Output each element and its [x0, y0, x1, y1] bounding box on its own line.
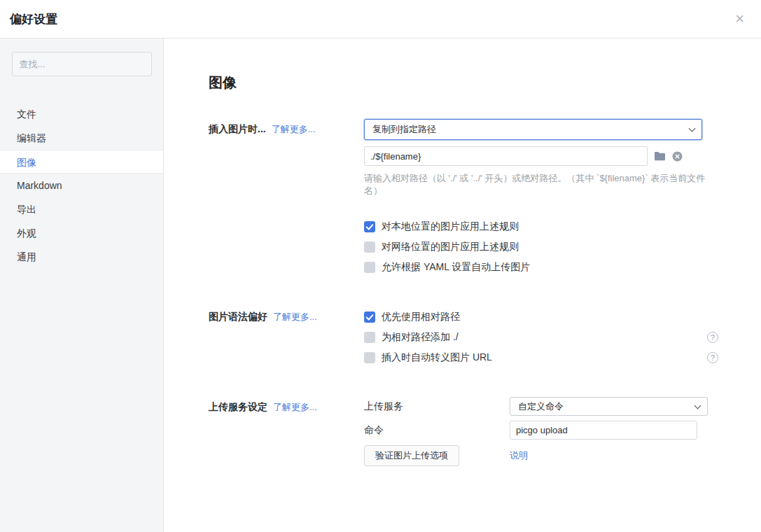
checkbox-add-dot-slash[interactable]: 为相对路径添加 ./ ?	[364, 327, 718, 347]
checkbox-apply-local-images[interactable]: 对本地位置的图片应用上述规则	[364, 216, 718, 237]
sidebar-item-appearance[interactable]: 外观	[0, 221, 163, 245]
sidebar-item-editor[interactable]: 编辑器	[0, 126, 163, 150]
section-image-syntax: 图片语法偏好了解更多... 优先使用相对路径 为相对路径添加 ./ ? 插入时自	[209, 307, 719, 368]
folder-icon[interactable]	[654, 151, 666, 161]
checkbox-apply-web-images[interactable]: 对网络位置的图片应用上述规则	[364, 237, 718, 257]
sidebar-item-file[interactable]: 文件	[0, 102, 163, 126]
upload-service-select[interactable]: 自定义命令	[510, 397, 708, 416]
upload-learn-more-link[interactable]: 了解更多...	[273, 402, 317, 412]
checkbox-icon[interactable]	[364, 241, 375, 253]
page-title: 图像	[209, 74, 719, 92]
checkbox-label: 对本地位置的图片应用上述规则	[382, 220, 519, 233]
checkbox-icon[interactable]	[364, 312, 375, 323]
sidebar-nav: 文件 编辑器 图像 Markdown 导出 外观 通用	[0, 102, 163, 269]
checkbox-label: 允许根据 YAML 设置自动上传图片	[382, 261, 530, 274]
chevron-down-icon	[694, 402, 701, 409]
dialog-header: 偏好设置 ×	[0, 0, 761, 38]
dialog-title: 偏好设置	[10, 11, 57, 27]
checkbox-label: 优先使用相对路径	[382, 311, 460, 323]
checkbox-icon[interactable]	[364, 262, 375, 273]
command-label: 命令	[364, 424, 510, 437]
close-icon[interactable]: ×	[735, 11, 744, 27]
path-hint-text: 请输入相对路径（以 './' 或 '../' 开头）或绝对路径。（其中 `${f…	[364, 172, 718, 197]
search-input[interactable]	[12, 52, 152, 76]
section-syntax-label: 图片语法偏好	[209, 311, 267, 322]
upload-service-label: 上传服务	[364, 400, 510, 413]
checkbox-label: 插入时自动转义图片 URL	[382, 351, 492, 364]
checkbox-prefer-relative-path[interactable]: 优先使用相对路径	[364, 307, 718, 327]
upload-service-select-value: 自定义命令	[518, 400, 564, 413]
settings-panel: 图像 插入图片时...了解更多... 复制到指定路径	[164, 38, 761, 532]
upload-doc-link[interactable]: 说明	[510, 449, 528, 462]
copy-path-input[interactable]	[364, 146, 648, 166]
checkbox-label: 对网络位置的图片应用上述规则	[382, 241, 519, 253]
syntax-learn-more-link[interactable]: 了解更多...	[273, 312, 317, 322]
help-icon[interactable]: ?	[707, 352, 718, 363]
checkbox-icon[interactable]	[364, 221, 375, 232]
validate-upload-button[interactable]: 验证图片上传选项	[364, 445, 459, 466]
sidebar-item-image[interactable]: 图像	[0, 150, 163, 174]
section-upload-label: 上传服务设定	[209, 401, 267, 412]
section-insert-label: 插入图片时...	[209, 123, 266, 134]
sidebar-item-markdown[interactable]: Markdown	[0, 174, 163, 197]
checkbox-icon[interactable]	[364, 332, 375, 343]
checkbox-auto-upload-yaml[interactable]: 允许根据 YAML 设置自动上传图片	[364, 257, 718, 277]
clear-path-icon[interactable]	[672, 151, 683, 162]
checkbox-icon[interactable]	[364, 352, 375, 363]
preferences-dialog: 偏好设置 × 文件 编辑器 图像 Markdown 导出 外观 通用 图像 插入…	[0, 0, 761, 532]
section-upload-service: 上传服务设定了解更多... 上传服务 自定义命令 命令	[209, 397, 719, 466]
insert-action-select-value: 复制到指定路径	[372, 123, 436, 136]
insert-learn-more-link[interactable]: 了解更多...	[272, 124, 316, 134]
help-icon[interactable]: ?	[707, 332, 718, 343]
insert-action-select[interactable]: 复制到指定路径	[364, 119, 702, 140]
checkbox-label: 为相对路径添加 ./	[382, 331, 459, 344]
command-input[interactable]	[510, 421, 697, 440]
sidebar: 文件 编辑器 图像 Markdown 导出 外观 通用	[0, 38, 164, 532]
sidebar-item-general[interactable]: 通用	[0, 245, 163, 269]
chevron-down-icon	[689, 125, 696, 132]
section-insert-image: 插入图片时...了解更多... 复制到指定路径	[209, 119, 719, 277]
checkbox-escape-image-url[interactable]: 插入时自动转义图片 URL ?	[364, 347, 718, 368]
sidebar-item-export[interactable]: 导出	[0, 197, 163, 221]
